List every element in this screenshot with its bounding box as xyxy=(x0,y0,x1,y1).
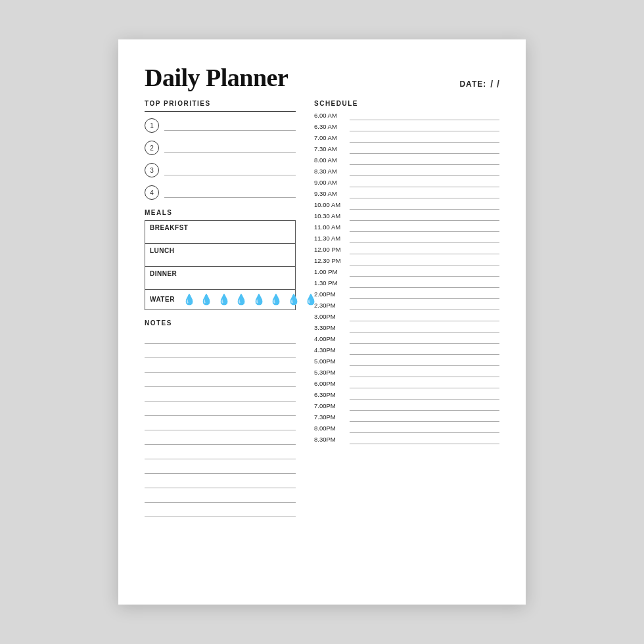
priority-line-1 xyxy=(164,117,296,131)
note-line-2 xyxy=(145,345,296,358)
time-label-10: 11.00 AM xyxy=(314,223,350,231)
schedule-row-2: 7.00 AM xyxy=(314,132,499,143)
schedule-line-21 xyxy=(350,344,499,355)
schedule-row-14: 1.00 PM xyxy=(314,266,499,277)
time-label-17: 2.30PM xyxy=(314,302,350,309)
schedule-row-0: 6.00 AM xyxy=(314,110,499,120)
priority-line-4 xyxy=(164,184,296,198)
date-slash2: / xyxy=(497,79,499,89)
schedule-line-13 xyxy=(350,255,499,265)
left-column: TOP PRIORITIES 1 2 3 xyxy=(145,100,296,518)
schedule-line-25 xyxy=(350,389,499,400)
schedule-row-27: 7.30PM xyxy=(314,411,499,422)
meals-label: MEALS xyxy=(145,209,296,216)
time-label-7: 9.30 AM xyxy=(314,190,350,197)
schedule-line-12 xyxy=(350,244,499,254)
schedule-row-19: 3.30PM xyxy=(314,322,499,333)
notes-lines xyxy=(145,331,296,517)
schedule-row-18: 3.00PM xyxy=(314,311,499,321)
time-label-9: 10.30 AM xyxy=(314,212,350,219)
schedule-line-26 xyxy=(350,400,499,411)
meals-table: BREAKFST LUNCH DINNER WATER 💧 💧 💧 💧 💧 💧 … xyxy=(145,220,296,310)
schedule-row-25: 6.30PM xyxy=(314,389,499,400)
schedule-line-10 xyxy=(350,221,499,232)
note-line-6 xyxy=(145,403,296,416)
time-label-6: 9.00 AM xyxy=(314,179,350,186)
schedule-line-29 xyxy=(350,434,499,444)
priority-circle-4: 4 xyxy=(145,185,159,200)
schedule-row-23: 5.30PM xyxy=(314,367,499,377)
schedule-line-8 xyxy=(350,199,499,210)
priority-item-3: 3 xyxy=(145,162,296,177)
schedule-row-10: 11.00 AM xyxy=(314,221,499,232)
schedule-line-11 xyxy=(350,233,499,243)
time-label-25: 6.30PM xyxy=(314,391,350,398)
schedule-line-28 xyxy=(350,423,499,433)
time-label-2: 7.00 AM xyxy=(314,134,350,141)
schedule-row-26: 7.00PM xyxy=(314,400,499,411)
priorities-section: TOP PRIORITIES 1 2 3 xyxy=(145,100,296,200)
note-line-4 xyxy=(145,374,296,387)
time-label-16: 2.00PM xyxy=(314,290,350,298)
priority-circle-2: 2 xyxy=(145,141,159,155)
schedule-row-4: 8.00 AM xyxy=(314,154,499,165)
schedule-line-3 xyxy=(350,143,499,154)
schedule-line-1 xyxy=(350,121,499,131)
schedule-line-7 xyxy=(350,188,499,198)
schedule-row-28: 8.00PM xyxy=(314,423,499,433)
time-label-1: 6.30 AM xyxy=(314,123,350,130)
schedule-line-24 xyxy=(350,378,499,388)
priority-line-2 xyxy=(164,139,296,153)
schedule-row-13: 12.30 PM xyxy=(314,255,499,265)
schedule-line-9 xyxy=(350,210,499,221)
priority-circle-3: 3 xyxy=(145,163,159,177)
notes-section: NOTES xyxy=(145,319,296,517)
water-row: WATER 💧 💧 💧 💧 💧 💧 💧 💧 xyxy=(145,290,295,310)
schedule-label: SCHEDULE xyxy=(314,100,499,107)
date-slash1: / xyxy=(490,79,493,89)
water-drop-6: 💧 xyxy=(269,293,283,306)
schedule-row-22: 5.00PM xyxy=(314,356,499,366)
water-drop-4: 💧 xyxy=(235,293,248,306)
note-line-8 xyxy=(145,432,296,445)
schedule-line-27 xyxy=(350,411,499,422)
water-drop-7: 💧 xyxy=(287,293,301,306)
note-line-11 xyxy=(145,475,296,488)
time-label-19: 3.30PM xyxy=(314,324,350,331)
time-label-18: 3.00PM xyxy=(314,313,350,320)
page-title: Daily Planner xyxy=(145,63,288,92)
schedule-line-4 xyxy=(350,154,499,165)
schedule-row-16: 2.00PM xyxy=(314,288,499,299)
notes-label: NOTES xyxy=(145,319,296,327)
time-label-13: 12.30 PM xyxy=(314,257,350,264)
schedule-row-17: 2.30PM xyxy=(314,300,499,310)
water-label: WATER xyxy=(150,296,175,303)
schedule-row-8: 10.00 AM xyxy=(314,199,499,210)
schedule-rows: 6.00 AM6.30 AM7.00 AM7.30 AM8.00 AM8.30 … xyxy=(314,110,499,444)
priorities-divider xyxy=(145,111,296,112)
note-line-7 xyxy=(145,417,296,430)
time-label-24: 6.00PM xyxy=(314,380,350,387)
time-label-12: 12.00 PM xyxy=(314,246,350,253)
schedule-line-18 xyxy=(350,311,499,321)
page-header: Daily Planner DATE: / / xyxy=(145,63,499,92)
meal-dinner: DINNER xyxy=(145,267,295,290)
schedule-row-15: 1.30 PM xyxy=(314,277,499,288)
priority-circle-1: 1 xyxy=(145,118,159,133)
priority-line-3 xyxy=(164,162,296,175)
time-label-23: 5.30PM xyxy=(314,369,350,376)
schedule-line-15 xyxy=(350,277,499,288)
schedule-line-6 xyxy=(350,177,499,187)
schedule-line-2 xyxy=(350,132,499,143)
meal-lunch: LUNCH xyxy=(145,244,295,267)
schedule-row-7: 9.30 AM xyxy=(314,188,499,198)
planner-page: Daily Planner DATE: / / TOP PRIORITIES 1 xyxy=(118,39,526,605)
water-drop-2: 💧 xyxy=(200,293,214,306)
time-label-29: 8.30PM xyxy=(314,436,350,443)
water-drop-3: 💧 xyxy=(218,293,231,306)
time-label-3: 7.30 AM xyxy=(314,145,350,152)
note-line-3 xyxy=(145,359,296,373)
time-label-22: 5.00PM xyxy=(314,357,350,365)
time-label-27: 7.30PM xyxy=(314,413,350,421)
time-label-21: 4.30PM xyxy=(314,346,350,354)
